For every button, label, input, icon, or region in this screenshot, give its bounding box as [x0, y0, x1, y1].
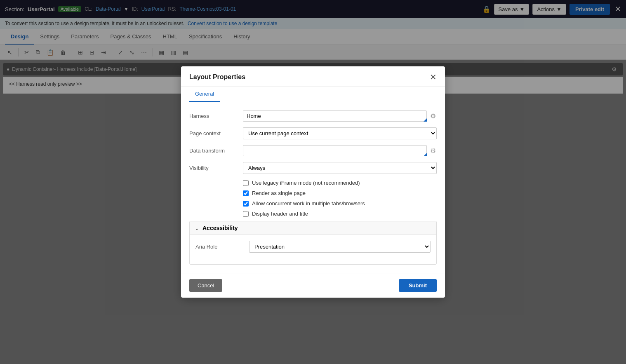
visibility-label: Visibility: [189, 165, 243, 171]
accessibility-block: ⌄ Accessibility Aria Role Presentation: [189, 221, 437, 265]
harness-input[interactable]: [243, 110, 427, 122]
data-transform-label: Data transform: [189, 148, 243, 154]
page-context-row: Page context Use current page context Cu…: [189, 127, 437, 139]
accessibility-section: ⌄ Accessibility Aria Role Presentation: [189, 221, 437, 265]
legacy-iframe-label: Use legacy iFrame mode (not recommended): [252, 180, 360, 186]
page-context-select[interactable]: Use current page context Custom: [243, 127, 437, 139]
render-single-label: Render as single page: [252, 190, 306, 196]
data-transform-input-wrap: [243, 145, 427, 156]
modal-footer: Cancel Submit: [181, 273, 445, 298]
legacy-iframe-checkbox[interactable]: [243, 180, 249, 186]
visibility-control: Always When Never: [243, 162, 437, 174]
accessibility-collapse-icon: ⌄: [195, 225, 199, 231]
page-context-label: Page context: [189, 130, 243, 136]
checkboxes-section: Use legacy iFrame mode (not recommended)…: [243, 180, 437, 217]
modal-body: Harness ⚙ Page context: [181, 102, 445, 273]
checkbox-legacy-iframe-row: Use legacy iFrame mode (not recommended): [243, 180, 437, 186]
modal-title: Layout Properties: [189, 73, 245, 81]
aria-role-row: Aria Role Presentation Banner Navigation…: [195, 241, 431, 253]
allow-concurrent-checkbox[interactable]: [243, 201, 249, 207]
modal-tabs: General: [181, 87, 445, 102]
allow-concurrent-label: Allow concurrent work in multiple tabs/b…: [252, 200, 365, 207]
data-transform-gear-button[interactable]: ⚙: [429, 146, 437, 155]
harness-row: Harness ⚙: [189, 110, 437, 122]
accessibility-title: Accessibility: [202, 225, 238, 231]
visibility-row: Visibility Always When Never: [189, 162, 437, 174]
modal-overlay: Layout Properties ✕ General Harness: [0, 0, 626, 364]
layout-properties-modal: Layout Properties ✕ General Harness: [181, 66, 445, 298]
data-transform-row: Data transform ⚙: [189, 145, 437, 156]
page-context-control: Use current page context Custom: [243, 127, 437, 139]
render-single-checkbox[interactable]: [243, 190, 249, 196]
checkbox-allow-concurrent-row: Allow concurrent work in multiple tabs/b…: [243, 200, 437, 207]
main-content: ● Dynamic Container- Harness Include [Da…: [0, 60, 626, 364]
data-transform-input[interactable]: [243, 145, 427, 156]
checkbox-display-header-row: Display header and title: [243, 211, 437, 217]
display-header-label: Display header and title: [252, 211, 308, 217]
modal-tab-general[interactable]: General: [189, 87, 220, 102]
harness-corner-accent: [424, 118, 427, 122]
harness-gear-button[interactable]: ⚙: [429, 111, 437, 121]
visibility-select[interactable]: Always When Never: [243, 162, 437, 174]
harness-control: ⚙: [243, 110, 437, 122]
accessibility-body: Aria Role Presentation Banner Navigation…: [190, 235, 436, 264]
aria-role-control: Presentation Banner Navigation Main Comp…: [249, 241, 431, 253]
accessibility-section-header[interactable]: ⌄ Accessibility: [190, 221, 436, 235]
modal-close-button[interactable]: ✕: [430, 73, 437, 81]
data-transform-control: ⚙: [243, 145, 437, 156]
aria-role-select[interactable]: Presentation Banner Navigation Main Comp…: [249, 241, 431, 253]
modal-header: Layout Properties ✕: [181, 66, 445, 87]
checkbox-render-single-row: Render as single page: [243, 190, 437, 196]
harness-input-wrap: [243, 110, 427, 122]
display-header-checkbox[interactable]: [243, 211, 249, 217]
cancel-button[interactable]: Cancel: [189, 279, 222, 292]
submit-button[interactable]: Submit: [399, 279, 437, 292]
aria-role-label: Aria Role: [195, 244, 249, 250]
data-transform-corner-accent: [424, 153, 427, 156]
harness-label: Harness: [189, 113, 243, 119]
